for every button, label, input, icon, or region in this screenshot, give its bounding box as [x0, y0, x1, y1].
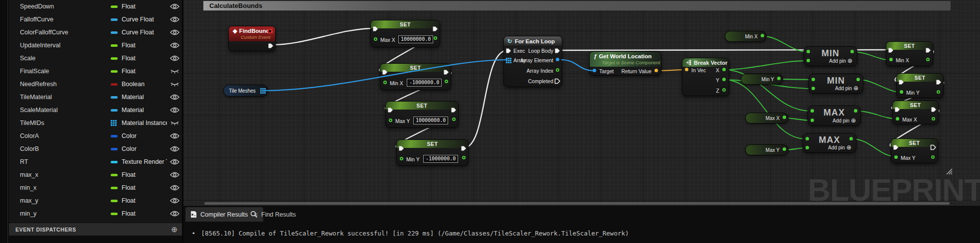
value-input[interactable]: -1000000.0 [423, 155, 458, 163]
visibility-eye-closed-icon[interactable] [167, 120, 182, 126]
variable-row-FalloffCurve[interactable]: FalloffCurveCurve Float [9, 13, 182, 26]
add-pin-button[interactable]: Add pin ⊕ [832, 117, 856, 124]
variable-row-ScaleMaterial[interactable]: ScaleMaterialMaterial [9, 104, 182, 117]
variable-row-RT[interactable]: RTTexture Render T [9, 155, 182, 168]
value-out-pin[interactable] [932, 117, 935, 121]
node-set-max-x[interactable]: SET Max X [892, 101, 939, 124]
visibility-eye-open-icon[interactable] [167, 159, 182, 165]
node-get-world-location[interactable]: ƒ Get World Location Target is Scene Com… [589, 51, 661, 76]
compiler-message-row[interactable]: • [8565.10] Compile of TileScaler_Rework… [192, 230, 629, 237]
visibility-eye-open-icon[interactable] [167, 94, 182, 100]
visibility-eye-closed-icon[interactable] [167, 81, 182, 87]
value-input[interactable]: 10000000.0 [398, 35, 433, 43]
exec-in-pin[interactable] [387, 107, 393, 113]
input-b-pin[interactable] [807, 59, 810, 62]
value-out-pin[interactable] [783, 116, 786, 119]
value-out-pin[interactable] [434, 36, 437, 40]
node-set-max-x-init[interactable]: SET Max X 10000000.0 [370, 20, 440, 47]
value-out-pin[interactable] [931, 155, 935, 159]
add-pin-icon[interactable]: ⊕ [847, 57, 852, 64]
variable-row-UpdateInterval[interactable]: UpdateIntervalFloat [9, 39, 182, 52]
visibility-eye-open-icon[interactable] [167, 185, 182, 191]
exec-in-pin[interactable] [893, 144, 899, 150]
resize-grip-icon[interactable] [945, 167, 953, 175]
node-max-x-getter[interactable]: Max X [745, 113, 789, 123]
exec-out-pin[interactable] [443, 69, 449, 75]
visibility-eye-open-icon[interactable] [167, 42, 182, 48]
exec-in-pin[interactable] [894, 107, 900, 113]
value-out-pin[interactable] [777, 77, 781, 80]
node-set-min-y[interactable]: SET Min Y [896, 73, 944, 98]
node-max-y-getter[interactable]: Max Y [745, 144, 789, 155]
node-max-2[interactable]: MAX Add pin ⊕ [803, 133, 856, 153]
exec-out-pin[interactable] [461, 145, 467, 151]
add-pin-button[interactable]: Add pin ⊕ [829, 57, 852, 64]
add-pin-button[interactable]: Add pin ⊕ [828, 144, 851, 151]
loop-body-exec-pin[interactable] [554, 48, 560, 54]
input-a-pin[interactable] [812, 78, 815, 81]
event-dispatchers-header[interactable]: EVENT DISPATCHERS ⊕ [9, 223, 182, 236]
node-min-1[interactable]: MIN Add pin ⊕ [804, 46, 857, 66]
variable-row-max_y[interactable]: max_yFloat [9, 194, 182, 207]
variable-row-ColorFalloffCurve[interactable]: ColorFalloffCurveCurve Float [9, 26, 182, 39]
value-out-pin[interactable] [452, 118, 456, 121]
exec-out-pin[interactable] [936, 79, 942, 85]
value-in-pin[interactable] [900, 90, 903, 94]
visibility-eye-open-icon[interactable] [167, 107, 182, 113]
variable-row-SpeedDown[interactable]: SpeedDownFloat [9, 0, 182, 13]
add-pin-button[interactable]: Add pin ⊕ [835, 85, 858, 92]
return-value-pin[interactable] [654, 69, 658, 72]
variable-row-FinalScale[interactable]: FinalScaleFloat [9, 65, 182, 78]
variable-row-min_y[interactable]: min_yFloat [9, 207, 182, 220]
node-for-each-loop[interactable]: ↻ For Each Loop Exec Array Loop Body Arr… [503, 36, 562, 87]
node-set-min-x[interactable]: SET Min X [886, 41, 933, 66]
variable-row-Scale[interactable]: ScaleFloat [9, 52, 182, 65]
value-input[interactable]: 10000000.0 [413, 117, 448, 124]
node-min-y-getter[interactable]: Min Y [741, 74, 783, 85]
input-a-pin[interactable] [811, 109, 814, 113]
variable-row-TileMaterial[interactable]: TileMaterialMaterial [9, 91, 182, 104]
visibility-eye-open-icon[interactable] [167, 211, 182, 217]
variable-row-ColorB[interactable]: ColorBColor [9, 142, 182, 155]
add-pin-icon[interactable]: ⊕ [851, 117, 856, 124]
exec-in-pin[interactable] [888, 47, 894, 53]
value-in-pin[interactable] [400, 157, 403, 160]
node-min-x-getter[interactable]: Min X [725, 31, 767, 42]
input-b-pin[interactable] [812, 87, 815, 90]
event-flag-icon[interactable] [268, 29, 272, 33]
visibility-eye-open-icon[interactable] [167, 29, 182, 35]
visibility-eye-open-icon[interactable] [167, 3, 182, 9]
value-in-pin[interactable] [896, 117, 899, 121]
variable-row-min_x[interactable]: min_xFloat [9, 181, 182, 194]
node-set-min-x-init[interactable]: SET Min X -1000000.0 [380, 63, 451, 90]
value-out-pin[interactable] [462, 156, 466, 159]
visibility-eye-open-icon[interactable] [167, 198, 182, 204]
node-find-bounds[interactable]: ◈ FindBounds Custom Event [228, 26, 276, 51]
variable-row-max_x[interactable]: max_xFloat [9, 168, 182, 181]
exec-out-pin[interactable] [268, 43, 274, 49]
value-in-pin[interactable] [889, 58, 893, 61]
value-in-pin[interactable] [894, 155, 898, 159]
input-b-pin[interactable] [811, 119, 814, 122]
exec-out-pin[interactable] [930, 144, 936, 150]
variable-row-NeedRefresh[interactable]: NeedRefreshBoolean [9, 78, 182, 91]
blueprint-graph-canvas[interactable]: BLUEPRINT CalculateBounds [183, 0, 980, 206]
node-set-max-y[interactable]: SET Max Y [891, 138, 938, 163]
add-pin-icon[interactable]: ⊕ [853, 85, 858, 92]
exec-in-pin[interactable] [398, 145, 404, 151]
input-a-pin[interactable] [806, 137, 809, 140]
value-out-pin[interactable] [926, 58, 930, 61]
y-out-pin[interactable] [722, 78, 726, 81]
array-in-pin[interactable] [506, 58, 511, 63]
node-set-min-y-init[interactable]: SET Min Y -1000000.0 [396, 139, 469, 166]
exec-in-pin[interactable] [382, 69, 388, 75]
array-index-pin[interactable] [556, 68, 559, 72]
z-out-pin[interactable] [722, 88, 726, 92]
value-in-pin[interactable] [374, 37, 377, 41]
result-out-pin[interactable] [854, 109, 857, 113]
tab-find-results[interactable]: Find Results [245, 207, 301, 222]
graph-title-bar[interactable]: CalculateBounds [203, 1, 951, 10]
node-tile-meshes-getter[interactable]: Tile Meshes [223, 85, 268, 97]
input-a-pin[interactable] [807, 50, 810, 53]
node-max-1[interactable]: MAX Add pin ⊕ [808, 106, 861, 126]
